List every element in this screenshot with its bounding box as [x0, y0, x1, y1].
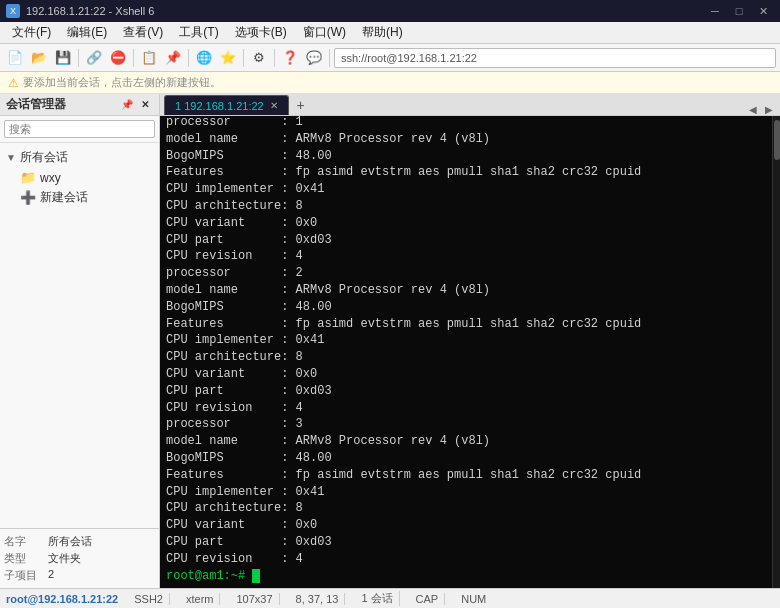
prop-row-children: 子项目 2	[4, 567, 155, 584]
toolbar-disconnect[interactable]: ⛔	[107, 47, 129, 69]
title-bar: X 192.168.1.21:22 - Xshell 6 ─ □ ✕	[0, 0, 780, 22]
terminal-scrollbar[interactable]	[772, 116, 780, 588]
menu-edit[interactable]: 编辑(E)	[59, 22, 115, 43]
folder-icon: 📁	[20, 170, 36, 185]
toolbar-settings[interactable]: ⚙	[248, 47, 270, 69]
terminal-line: CPU part : 0xd03	[166, 534, 766, 551]
toolbar-help[interactable]: ❓	[279, 47, 301, 69]
sidebar-search-input[interactable]	[4, 120, 155, 138]
toolbar-chat[interactable]: 💬	[303, 47, 325, 69]
toolbar-sep-4	[243, 49, 244, 67]
status-num: NUM	[455, 593, 492, 605]
toolbar-sep-5	[274, 49, 275, 67]
terminal-line: Features : fp asimd evtstrm aes pmull sh…	[166, 467, 766, 484]
status-position: 8, 37, 13	[290, 593, 346, 605]
toolbar-save[interactable]: 💾	[52, 47, 74, 69]
menu-file[interactable]: 文件(F)	[4, 22, 59, 43]
chevron-down-icon: ▼	[6, 152, 16, 163]
tab-add-button[interactable]: +	[291, 95, 311, 115]
session-properties: 名字 所有会话 类型 文件夹 子项目 2	[0, 528, 159, 588]
app-window: X 192.168.1.21:22 - Xshell 6 ─ □ ✕ 文件(F)…	[0, 0, 780, 608]
terminal-line: Features : fp asimd evtstrm aes pmull sh…	[166, 316, 766, 333]
terminal-line: CPU part : 0xd03	[166, 383, 766, 400]
menu-window[interactable]: 窗口(W)	[295, 22, 354, 43]
terminal-line: CPU revision : 4	[166, 400, 766, 417]
toolbar-connect[interactable]: 🔗	[83, 47, 105, 69]
menu-tools[interactable]: 工具(T)	[171, 22, 226, 43]
terminal-line: CPU variant : 0x0	[166, 366, 766, 383]
toolbar-sep-3	[188, 49, 189, 67]
prop-key-name: 名字	[4, 534, 44, 549]
terminal-line: CPU architecture: 8	[166, 349, 766, 366]
status-terminal: xterm	[180, 593, 221, 605]
minimize-button[interactable]: ─	[704, 0, 726, 22]
terminal-line: BogoMIPS : 48.00	[166, 299, 766, 316]
toolbar-star[interactable]: ⭐	[217, 47, 239, 69]
tree-root-all-sessions[interactable]: ▼ 所有会话	[0, 147, 159, 168]
window-title: 192.168.1.21:22 - Xshell 6	[26, 5, 154, 17]
sidebar-pin-button[interactable]: 📌	[119, 97, 135, 113]
terminal-line: processor : 1	[166, 116, 766, 131]
prop-val-type: 文件夹	[48, 551, 81, 566]
tree-item-new-label: 新建会话	[40, 189, 88, 206]
address-bar[interactable]: ssh://root@192.168.1.21:22	[334, 48, 776, 68]
terminal-line: CPU part : 0xd03	[166, 232, 766, 249]
tab-prev-button[interactable]: ◀	[746, 104, 760, 115]
prop-row-name: 名字 所有会话	[4, 533, 155, 550]
terminal-line: Features : fp asimd evtstrm aes pmull sh…	[166, 164, 766, 181]
app-icon: X	[6, 4, 20, 18]
info-icon: ⚠	[8, 76, 19, 90]
status-path: root@192.168.1.21:22	[6, 593, 118, 605]
terminal-line: BogoMIPS : 48.00	[166, 148, 766, 165]
tree-item-wxy[interactable]: 📁 wxy	[0, 168, 159, 187]
menu-view[interactable]: 查看(V)	[115, 22, 171, 43]
toolbar-globe[interactable]: 🌐	[193, 47, 215, 69]
status-protocol: SSH2	[128, 593, 170, 605]
terminal-line: model name : ARMv8 Processor rev 4 (v8l)	[166, 131, 766, 148]
scroll-thumb	[774, 120, 780, 160]
terminal-row: CPU implementer : 0x41CPU architecture: …	[160, 116, 780, 588]
status-dimensions: 107x37	[230, 593, 279, 605]
address-text: ssh://root@192.168.1.21:22	[341, 52, 477, 64]
terminal-line: BogoMIPS : 48.00	[166, 450, 766, 467]
prop-key-children: 子项目	[4, 568, 44, 583]
toolbar-paste[interactable]: 📌	[162, 47, 184, 69]
tab-session-1[interactable]: 1 192.168.1.21:22 ✕	[164, 95, 289, 115]
tree-item-new-session[interactable]: ➕ 新建会话	[0, 187, 159, 208]
info-text: 要添加当前会话，点击左侧的新建按钮。	[23, 75, 221, 90]
terminal-line: processor : 2	[166, 265, 766, 282]
terminal-prompt: root@am1:~#	[166, 568, 766, 585]
terminal-line: CPU architecture: 8	[166, 500, 766, 517]
menu-help[interactable]: 帮助(H)	[354, 22, 411, 43]
tab-next-button[interactable]: ▶	[762, 104, 776, 115]
sidebar-header: 会话管理器 📌 ✕	[0, 94, 159, 116]
tree-root-label: 所有会话	[20, 149, 68, 166]
terminal-line: model name : ARMv8 Processor rev 4 (v8l)	[166, 282, 766, 299]
menu-tabs[interactable]: 选项卡(B)	[227, 22, 295, 43]
terminal-line: CPU implementer : 0x41	[166, 332, 766, 349]
toolbar-copy[interactable]: 📋	[138, 47, 160, 69]
tab-close-button[interactable]: ✕	[270, 100, 278, 111]
terminal-line: model name : ARMv8 Processor rev 4 (v8l)	[166, 433, 766, 450]
close-button[interactable]: ✕	[752, 0, 774, 22]
toolbar-sep-1	[78, 49, 79, 67]
status-caps: CAP	[410, 593, 446, 605]
toolbar: 📄 📂 💾 🔗 ⛔ 📋 📌 🌐 ⭐ ⚙ ❓ 💬 ssh://root@192.1…	[0, 44, 780, 72]
body-area: 会话管理器 📌 ✕ ▼ 所有会话 📁 wxy ➕	[0, 94, 780, 588]
prop-val-children: 2	[48, 568, 54, 583]
status-sessions: 1 会话	[355, 591, 399, 606]
terminal-line: CPU revision : 4	[166, 248, 766, 265]
sidebar-title: 会话管理器	[6, 96, 66, 113]
status-bar: root@192.168.1.21:22 SSH2 xterm 107x37 8…	[0, 588, 780, 608]
sidebar-search-area	[0, 116, 159, 143]
sidebar-close-button[interactable]: ✕	[137, 97, 153, 113]
toolbar-new[interactable]: 📄	[4, 47, 26, 69]
maximize-button[interactable]: □	[728, 0, 750, 22]
terminal[interactable]: CPU implementer : 0x41CPU architecture: …	[160, 116, 772, 588]
terminal-line: CPU variant : 0x0	[166, 215, 766, 232]
toolbar-open[interactable]: 📂	[28, 47, 50, 69]
prop-row-type: 类型 文件夹	[4, 550, 155, 567]
terminal-line: CPU revision : 4	[166, 551, 766, 568]
tree-item-wxy-label: wxy	[40, 171, 61, 185]
prop-key-type: 类型	[4, 551, 44, 566]
